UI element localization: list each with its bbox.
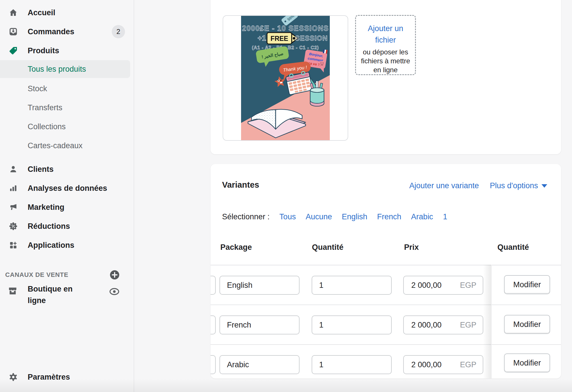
sidebar-item-apps[interactable]: Applications xyxy=(0,236,132,255)
sidebar-item-label: Boutique en ligne xyxy=(28,283,82,306)
package-field xyxy=(219,355,300,374)
variants-title: Variantes xyxy=(222,180,259,190)
svg-text:FREE: FREE xyxy=(270,35,288,42)
quantity-field xyxy=(312,315,392,334)
sidebar-item-label: Cartes-cadeaux xyxy=(28,141,83,150)
quantity-input[interactable] xyxy=(319,281,384,290)
package-input[interactable] xyxy=(227,281,292,290)
column-header-package: Package xyxy=(220,243,252,252)
sales-channels-header: CANAUX DE VENTE xyxy=(0,265,132,284)
sidebar-item-label: Accueil xyxy=(28,8,55,17)
analytics-icon xyxy=(8,183,19,193)
price-field: 2 000,00 EGP xyxy=(403,355,483,374)
price-field: 2 000,00 EGP xyxy=(403,315,483,334)
sidebar-item-transfers[interactable]: Transferts xyxy=(0,98,132,117)
package-input[interactable] xyxy=(227,321,292,330)
clipped-field xyxy=(211,276,216,295)
sidebar-item-gift-cards[interactable]: Cartes-cadeaux xyxy=(0,136,132,155)
more-options-dropdown[interactable]: Plus d'options xyxy=(490,181,547,190)
svg-text:SESSION: SESSION xyxy=(295,34,328,42)
svg-text:2000£E - 10 SESSIONS: 2000£E - 10 SESSIONS xyxy=(242,24,329,32)
select-option-english[interactable]: English xyxy=(342,212,368,221)
edit-variant-button[interactable]: Modifier xyxy=(504,353,550,372)
column-header-quantity-2: Quantité xyxy=(497,243,529,252)
add-variant-link[interactable]: Ajouter une variante xyxy=(409,181,479,190)
sidebar-item-settings[interactable]: Paramètres xyxy=(0,368,132,387)
currency-suffix: EGP xyxy=(460,321,476,330)
variants-actions: Ajouter une variante Plus d'options xyxy=(409,181,547,190)
customers-icon xyxy=(8,164,19,174)
select-option-arabic[interactable]: Arabic xyxy=(411,212,433,221)
sidebar-item-label: Commandes xyxy=(28,27,74,36)
quantity-field xyxy=(312,276,392,295)
quantity-input[interactable] xyxy=(319,360,384,369)
column-header-quantity: Quantité xyxy=(312,243,344,252)
sidebar-item-label: Tous les produits xyxy=(28,65,86,74)
select-option-none[interactable]: Aucune xyxy=(306,212,332,221)
media-card: 50% 2000£E - 10 SESSIONS +1 FREE SESSION… xyxy=(211,0,561,154)
sidebar-item-label: Produits xyxy=(28,46,59,55)
select-option-french[interactable]: French xyxy=(377,212,401,221)
sticky-column-shadow xyxy=(483,265,491,378)
edit-variant-button[interactable]: Modifier xyxy=(504,275,550,294)
variants-card: Variantes Ajouter une variante Plus d'op… xyxy=(211,164,561,378)
variant-select-bar: Sélectionner : Tous Aucune English Frenc… xyxy=(222,212,447,221)
sidebar-item-marketing[interactable]: Marketing xyxy=(0,198,132,217)
sidebar: Accueil Commandes 2 Produits Tous les pr… xyxy=(0,0,134,392)
dropzone-hint: ou déposer les fichiers à mettre en lign… xyxy=(360,47,411,74)
product-poster-image: 50% 2000£E - 10 SESSIONS +1 FREE SESSION… xyxy=(241,16,330,140)
sidebar-item-collections[interactable]: Collections xyxy=(0,117,132,136)
add-sales-channel-button[interactable] xyxy=(109,270,120,280)
price-value[interactable]: 2 000,00 xyxy=(411,321,442,330)
sidebar-item-discounts[interactable]: Réductions xyxy=(0,217,132,236)
sidebar-item-label: Collections xyxy=(28,122,66,131)
products-tag-icon xyxy=(8,46,19,56)
package-input[interactable] xyxy=(227,360,292,369)
price-field: 2 000,00 EGP xyxy=(403,276,483,295)
clipped-field xyxy=(211,315,216,334)
file-dropzone[interactable]: Ajouter un fichier ou déposer les fichie… xyxy=(355,15,416,75)
sidebar-item-analytics[interactable]: Analyses de données xyxy=(0,179,132,198)
quantity-input[interactable] xyxy=(319,321,384,330)
package-field xyxy=(219,315,300,334)
actions-sticky-column: Modifier Modifier Modifier xyxy=(491,265,561,378)
sidebar-item-label: Marketing xyxy=(28,203,65,212)
package-field xyxy=(219,276,300,295)
sidebar-item-online-store[interactable]: Boutique en ligne xyxy=(0,283,132,306)
sidebar-item-label: Paramètres xyxy=(28,373,70,382)
home-icon xyxy=(8,8,19,18)
clipped-field xyxy=(211,355,216,374)
sidebar-item-label: Stock xyxy=(28,84,47,93)
svg-text:+1: +1 xyxy=(257,34,266,42)
select-option-all[interactable]: Tous xyxy=(279,212,296,221)
sidebar-item-all-products[interactable]: Tous les produits xyxy=(0,60,130,78)
storefront-icon xyxy=(8,286,19,297)
add-file-link[interactable]: Ajouter un fichier xyxy=(364,23,407,46)
sidebar-item-orders[interactable]: Commandes 2 xyxy=(0,22,132,41)
orders-icon xyxy=(8,27,19,37)
apps-icon xyxy=(8,240,19,250)
sidebar-item-label: Applications xyxy=(28,241,74,250)
sales-channels-heading: CANAUX DE VENTE xyxy=(5,271,68,279)
view-store-eye-icon[interactable] xyxy=(109,287,120,296)
sidebar-item-label: Réductions xyxy=(28,222,70,231)
sidebar-item-home[interactable]: Accueil xyxy=(0,3,132,22)
quantity-field xyxy=(312,355,392,374)
more-options-label: Plus d'options xyxy=(490,181,538,190)
edit-variant-button[interactable]: Modifier xyxy=(504,315,550,334)
sidebar-item-inventory[interactable]: Stock xyxy=(0,79,132,98)
select-option-1[interactable]: 1 xyxy=(443,212,447,221)
discounts-icon xyxy=(8,221,19,231)
sidebar-item-label: Clients xyxy=(28,165,54,174)
currency-suffix: EGP xyxy=(460,360,476,369)
sidebar-item-customers[interactable]: Clients xyxy=(0,160,132,179)
select-label: Sélectionner : xyxy=(222,212,270,221)
sidebar-item-label: Transferts xyxy=(28,103,62,112)
price-value[interactable]: 2 000,00 xyxy=(411,360,442,369)
column-header-price: Prix xyxy=(404,243,419,252)
product-image-thumbnail[interactable]: 50% 2000£E - 10 SESSIONS +1 FREE SESSION… xyxy=(223,15,348,141)
currency-suffix: EGP xyxy=(460,281,476,290)
orders-count-badge: 2 xyxy=(112,25,125,38)
sidebar-item-products[interactable]: Produits xyxy=(0,41,132,60)
price-value[interactable]: 2 000,00 xyxy=(411,281,442,290)
